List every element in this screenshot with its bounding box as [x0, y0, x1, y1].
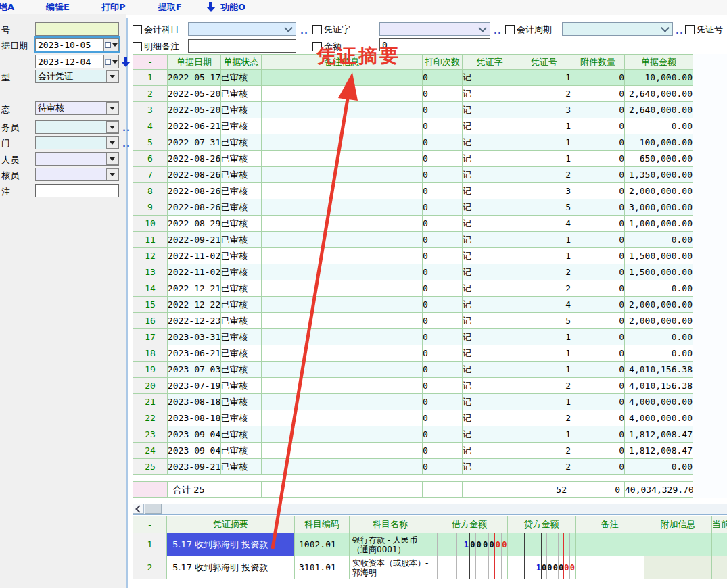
cell-extra[interactable] [644, 533, 712, 556]
cell-rownum[interactable]: 16 [133, 313, 168, 329]
cell-rownum[interactable]: 24 [133, 443, 168, 459]
cell-no[interactable]: 2 [517, 167, 571, 183]
amount-input[interactable] [379, 38, 490, 51]
account-period-more-button[interactable]: .. [676, 26, 684, 36]
cell-rownum[interactable]: 2 [133, 556, 167, 579]
cell-remark[interactable] [262, 329, 423, 345]
scrollbar-thumb[interactable] [145, 504, 162, 514]
cell-rownum[interactable]: 21 [133, 394, 168, 410]
cell-no[interactable]: 1 [517, 394, 571, 410]
table-row[interactable]: 182023-06-21已审核0记100.00 [133, 345, 693, 362]
table-row[interactable]: 32022-05-20已审核0记302,640,000.00 [133, 102, 693, 118]
cell-account[interactable]: 实收资本（或股本）- 郭海明 [350, 556, 431, 579]
cell-no[interactable]: 3 [517, 102, 571, 118]
cell-remark[interactable] [262, 232, 423, 248]
cell-amount[interactable]: 2,000,000.00 [625, 297, 693, 313]
cell-remark[interactable] [262, 345, 423, 362]
detail-note-input[interactable] [188, 39, 296, 53]
cell-amount[interactable]: 0.00 [625, 232, 693, 248]
column-header[interactable]: 借方金额 [431, 516, 508, 533]
dropdown-button[interactable] [106, 121, 118, 133]
cell-att[interactable]: 0 [571, 329, 625, 345]
cell-rownum[interactable]: 2 [133, 86, 168, 102]
detail-note-checkbox[interactable] [133, 42, 142, 51]
cell-date[interactable]: 2023-03-31 [168, 329, 221, 345]
cell-no[interactable]: 2 [517, 86, 571, 102]
cell-status[interactable]: 已审核 [221, 134, 262, 151]
cell-date[interactable]: 2022-05-17 [168, 70, 221, 86]
cell-prints[interactable]: 0 [423, 216, 463, 232]
cell-amount[interactable]: 0.00 [625, 459, 693, 475]
calendar-button[interactable] [103, 55, 118, 68]
cell-rownum[interactable]: 9 [133, 199, 168, 216]
cell-prints[interactable]: 0 [423, 345, 463, 362]
cell-word[interactable]: 记 [463, 362, 517, 378]
cell-word[interactable]: 记 [463, 151, 517, 167]
entry-row[interactable]: 25.17 收到郭海明 投资款3101.01实收资本（或股本）- 郭海明1000… [133, 556, 727, 579]
dropdown-button[interactable] [106, 70, 118, 82]
cell-word[interactable]: 记 [463, 459, 517, 475]
cell-amount[interactable]: 4,010,156.38 [625, 362, 693, 378]
cell-status[interactable]: 已审核 [221, 459, 262, 475]
voucher-word-checkbox[interactable] [312, 25, 322, 34]
cell-rownum[interactable]: 12 [133, 248, 168, 264]
apply-down-arrow-icon[interactable] [121, 56, 131, 67]
cell-att[interactable]: 0 [571, 70, 625, 86]
cell-remark[interactable] [262, 313, 423, 329]
cell-remark[interactable] [262, 378, 423, 394]
cell-prints[interactable]: 0 [423, 394, 463, 410]
cell-amount[interactable]: 1,000,000.00 [625, 216, 693, 232]
doc-no-input[interactable] [35, 22, 119, 36]
cell-att[interactable]: 0 [571, 313, 625, 329]
table-row[interactable]: 22022-05-20已审核0记202,640,000.00 [133, 86, 693, 102]
cell-status[interactable]: 已审核 [221, 280, 262, 297]
cell-date[interactable]: 2022-11-02 [168, 248, 221, 264]
cell-date[interactable]: 2023-09-21 [168, 459, 221, 475]
cell-status[interactable]: 已审核 [221, 183, 262, 199]
cell-date[interactable]: 2023-08-18 [168, 394, 221, 410]
column-header[interactable]: 单据金额 [625, 55, 693, 70]
cell-status[interactable]: 已审核 [221, 216, 262, 232]
cell-no[interactable]: 1 [517, 232, 571, 248]
cell-prints[interactable]: 0 [423, 426, 463, 443]
column-header[interactable]: - [133, 55, 168, 70]
menu-item-3[interactable]: 打印P [101, 1, 126, 14]
cell-amount[interactable]: 1,812,008.47 [625, 426, 693, 443]
cell-debit[interactable]: 1000000 [431, 533, 508, 556]
cell-rownum[interactable]: 22 [133, 410, 168, 426]
cell-amount[interactable]: 2,000,000.00 [625, 313, 693, 329]
cell-amount[interactable]: 1,500,000.00 [625, 264, 693, 280]
column-header[interactable]: 凭证号 [517, 55, 571, 70]
cell-remark[interactable] [262, 151, 423, 167]
cell-date[interactable]: 2023-07-03 [168, 362, 221, 378]
cell-no[interactable]: 5 [517, 313, 571, 329]
cell-status[interactable]: 已审核 [221, 167, 262, 183]
cell-rownum[interactable]: 11 [133, 232, 168, 248]
cell-att[interactable]: 0 [571, 86, 625, 102]
cell-amount[interactable]: 4,010,156.38 [625, 378, 693, 394]
cell-rownum[interactable]: 20 [133, 378, 168, 394]
cell-word[interactable]: 记 [463, 134, 517, 151]
cell-amount[interactable]: 650,000.00 [625, 151, 693, 167]
calendar-button[interactable] [103, 39, 118, 51]
doc-type-select[interactable]: 会计凭证 [35, 70, 119, 83]
menu-item-4[interactable]: 提取F [158, 1, 182, 14]
cell-status[interactable]: 已审核 [221, 86, 262, 102]
dropdown-button[interactable] [106, 153, 118, 165]
cell-remark[interactable] [262, 70, 423, 86]
cell-prints[interactable]: 0 [423, 134, 463, 151]
cell-date[interactable]: 2022-08-26 [168, 183, 221, 199]
cell-amount[interactable]: 2,000,000.00 [625, 183, 693, 199]
horizontal-scrollbar[interactable] [133, 504, 727, 515]
cell-prints[interactable]: 0 [423, 329, 463, 345]
cell-cur[interactable] [712, 533, 727, 556]
cell-status[interactable]: 已审核 [221, 443, 262, 459]
cell-no[interactable]: 2 [517, 264, 571, 280]
cell-amount[interactable]: 2,640,000.00 [625, 102, 693, 118]
cell-word[interactable]: 记 [463, 410, 517, 426]
cell-rownum[interactable]: 15 [133, 297, 168, 313]
cell-status[interactable]: 已审核 [221, 102, 262, 118]
table-row[interactable]: 52022-07-31已审核0记10100,000.00 [133, 134, 693, 151]
cell-code[interactable]: 1002.01 [295, 533, 350, 556]
cell-word[interactable]: 记 [463, 443, 517, 459]
